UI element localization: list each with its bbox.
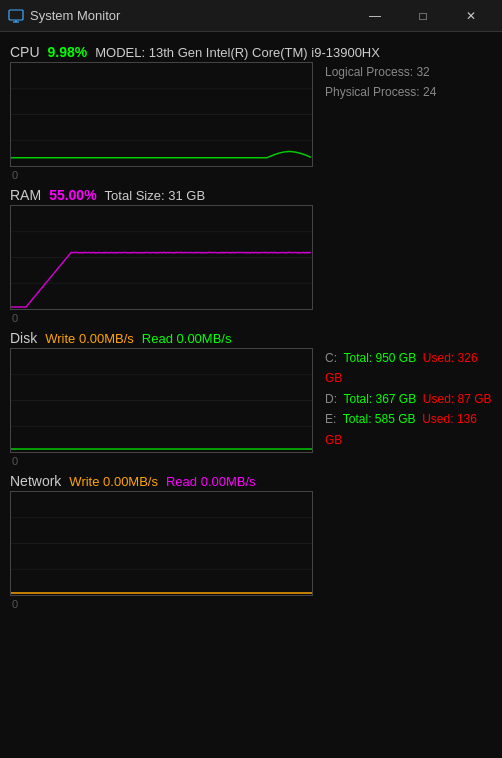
cpu-header: CPU 9.98% MODEL: 13th Gen Intel(R) Core(… [10,44,492,60]
network-write: Write 0.00MB/s [69,474,158,489]
cpu-graph-wrapper: 100 0 [10,62,313,167]
cpu-percent: 9.98% [48,44,88,60]
disk-graph-wrapper: 100 0 [10,348,313,453]
app-icon [8,8,24,24]
network-read: Read 0.00MB/s [166,474,256,489]
network-label: Network [10,473,61,489]
ram-graph-wrapper: 100 0 [10,205,313,310]
cpu-graph-min: 0 [12,169,18,181]
drive-c-letter: C: [325,351,337,365]
drive-d-total: Total: 367 GB [340,392,416,406]
minimize-button[interactable]: — [352,0,398,32]
ram-header: RAM 55.00% Total Size: 31 GB [10,187,492,203]
cpu-physical: Physical Process: 24 [325,82,436,102]
network-graph-wrapper: 100 0 [10,491,313,596]
disk-drives-info: C: Total: 950 GB Used: 326 GB D: Total: … [325,348,492,450]
disk-read: Read 0.00MB/s [142,331,232,346]
window-title: System Monitor [30,8,352,23]
cpu-info: Logical Process: 32 Physical Process: 24 [325,62,436,103]
main-content: CPU 9.98% MODEL: 13th Gen Intel(R) Core(… [0,32,502,758]
network-header: Network Write 0.00MB/s Read 0.00MB/s [10,473,492,489]
ram-label: RAM [10,187,41,203]
disk-drive-d: D: Total: 367 GB Used: 87 GB [325,389,492,409]
cpu-label: CPU [10,44,40,60]
disk-drive-c: C: Total: 950 GB Used: 326 GB [325,348,492,389]
drive-d-letter: D: [325,392,337,406]
ram-graph-min: 0 [12,312,18,324]
drive-d-used: Used: 87 GB [420,392,492,406]
ram-graph [10,205,313,310]
ram-percent: 55.00% [49,187,96,203]
cpu-model: MODEL: 13th Gen Intel(R) Core(TM) i9-139… [95,45,380,60]
disk-drive-e: E: Total: 585 GB Used: 136 GB [325,409,492,450]
svg-rect-0 [9,10,23,20]
disk-header: Disk Write 0.00MB/s Read 0.00MB/s [10,330,492,346]
disk-graph [10,348,313,453]
disk-graph-min: 0 [12,455,18,467]
cpu-graph [10,62,313,167]
maximize-button[interactable]: □ [400,0,446,32]
network-graph-min: 0 [12,598,18,610]
drive-e-letter: E: [325,412,336,426]
drive-c-total: Total: 950 GB [340,351,416,365]
disk-label: Disk [10,330,37,346]
titlebar: System Monitor — □ ✕ [0,0,502,32]
disk-write: Write 0.00MB/s [45,331,134,346]
network-graph [10,491,313,596]
drive-e-total: Total: 585 GB [340,412,416,426]
ram-total: Total Size: 31 GB [105,188,205,203]
close-button[interactable]: ✕ [448,0,494,32]
window-controls: — □ ✕ [352,0,494,32]
cpu-logical: Logical Process: 32 [325,62,436,82]
